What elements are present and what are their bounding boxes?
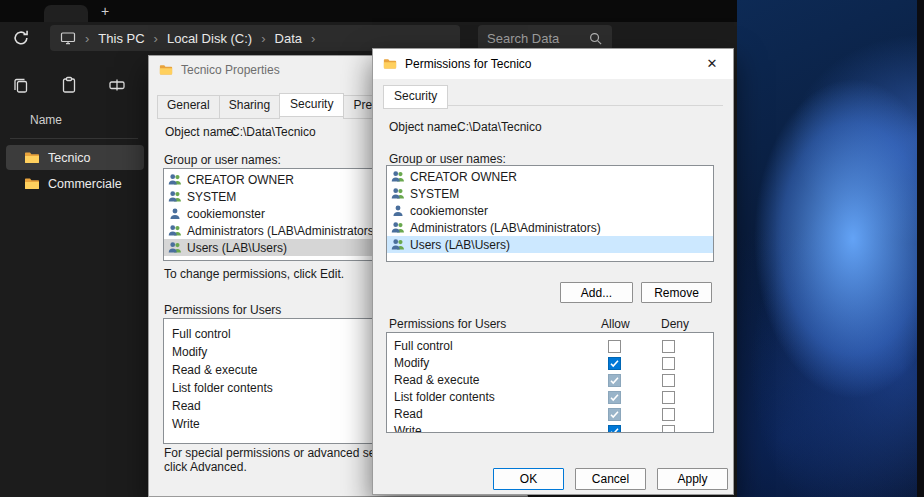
deny-checkbox[interactable]: [662, 374, 675, 387]
breadcrumb-item-data[interactable]: Data: [275, 31, 302, 46]
group-label: Administrators (LAB\Administrators): [410, 221, 601, 235]
tab-security[interactable]: Security: [279, 93, 344, 117]
group-label: CREATOR OWNER: [187, 173, 294, 187]
group-names-label: Group or user names:: [164, 153, 281, 167]
permission-row: Modify: [387, 355, 713, 372]
group-item[interactable]: cookiemonster: [387, 202, 713, 219]
screen-edge-strip: [917, 0, 924, 497]
deny-checkbox[interactable]: [662, 425, 675, 433]
advanced-hint-line1: For special permissions or advanced sett…: [164, 446, 407, 460]
users-icon: [391, 187, 405, 201]
object-name-label: Object name:: [165, 125, 236, 139]
group-label: Users (LAB\Users): [410, 238, 510, 252]
allow-checkbox: [608, 391, 621, 404]
group-item[interactable]: SYSTEM: [387, 185, 713, 202]
users-icon: [168, 224, 182, 238]
group-item[interactable]: Administrators (LAB\Administrators): [387, 219, 713, 236]
permission-name: Write: [394, 424, 422, 433]
dialog-folder-icon: [383, 57, 397, 71]
command-bar: [12, 76, 126, 94]
allow-checkbox[interactable]: [608, 357, 621, 370]
user-icon: [391, 204, 405, 218]
permissions-dialog: Permissions for Tecnico ✕ Security Objec…: [372, 48, 734, 495]
object-name-value: C:\Data\Tecnico: [231, 125, 316, 139]
users-icon: [391, 238, 405, 252]
this-pc-icon: [60, 30, 76, 46]
dialog-folder-icon: [159, 63, 173, 77]
chevron-right-icon[interactable]: ›: [85, 31, 89, 46]
permissions-tab-strip: Security: [383, 87, 447, 111]
allow-checkbox[interactable]: [608, 425, 621, 433]
properties-dialog-title: Tecnico Properties: [181, 63, 280, 77]
deny-checkbox[interactable]: [662, 357, 675, 370]
permission-name: Modify: [394, 356, 429, 370]
sidebar-item-commerciale[interactable]: Commerciale: [6, 171, 144, 196]
permission-row: Write: [387, 423, 713, 433]
group-label: cookiemonster: [410, 204, 488, 218]
group-label: Users (LAB\Users): [187, 241, 287, 255]
group-item[interactable]: CREATOR OWNER: [387, 168, 713, 185]
search-icon: [588, 31, 603, 46]
users-icon: [168, 173, 182, 187]
permission-row: Read: [387, 406, 713, 423]
chevron-right-icon[interactable]: ›: [311, 31, 315, 46]
breadcrumb-item-local-disk[interactable]: Local Disk (C:): [167, 31, 252, 46]
explorer-tab[interactable]: [44, 5, 88, 22]
cancel-button[interactable]: Cancel: [575, 468, 646, 490]
add-button[interactable]: Add...: [560, 282, 633, 303]
search-input[interactable]: [487, 31, 582, 46]
object-name-value: C:\Data\Tecnico: [457, 120, 542, 134]
rename-icon[interactable]: [108, 76, 126, 94]
apply-button[interactable]: Apply: [657, 468, 728, 490]
perms-group-list[interactable]: CREATOR OWNERSYSTEMcookiemonsterAdminist…: [386, 165, 714, 262]
tab-security[interactable]: Security: [383, 85, 448, 109]
permission-name: Read: [394, 407, 423, 421]
chevron-right-icon[interactable]: ›: [261, 31, 265, 46]
permission-name: List folder contents: [394, 390, 495, 404]
users-icon: [391, 221, 405, 235]
group-label: CREATOR OWNER: [410, 170, 517, 184]
group-label: Administrators (LAB\Administrators): [187, 224, 378, 238]
chevron-right-icon[interactable]: ›: [154, 31, 158, 46]
permission-row: List folder contents: [387, 389, 713, 406]
object-name-label: Object name:: [389, 120, 460, 134]
group-names-label: Group or user names:: [389, 152, 506, 166]
remove-button[interactable]: Remove: [641, 282, 712, 303]
sidebar-divider: [10, 138, 138, 139]
permissions-for-users-label: Permissions for Users: [389, 317, 506, 331]
deny-column-header: Deny: [661, 317, 689, 331]
permissions-for-users-label: Permissions for Users: [164, 303, 281, 317]
refresh-icon[interactable]: [12, 29, 30, 47]
breadcrumb-item-this-pc[interactable]: This PC: [98, 31, 144, 46]
allow-column-header: Allow: [601, 317, 630, 331]
deny-checkbox[interactable]: [662, 408, 675, 421]
copy-icon[interactable]: [12, 76, 30, 94]
users-icon: [391, 170, 405, 184]
edit-hint-text: To change permissions, click Edit.: [164, 267, 344, 281]
explorer-tab-bar: +: [0, 0, 737, 22]
allow-checkbox: [608, 374, 621, 387]
permission-row: Read & execute: [387, 372, 713, 389]
permission-name: Full control: [394, 339, 453, 353]
perm-grid[interactable]: Full controlModifyRead & executeList fol…: [386, 332, 714, 433]
tab-sharing[interactable]: Sharing: [219, 95, 280, 119]
paste-icon[interactable]: [60, 76, 78, 94]
deny-checkbox[interactable]: [662, 391, 675, 404]
allow-checkbox: [608, 408, 621, 421]
group-item[interactable]: Users (LAB\Users): [387, 236, 713, 253]
name-column-header[interactable]: Name: [30, 113, 62, 127]
ok-button[interactable]: OK: [493, 468, 564, 490]
folder-icon: [24, 176, 40, 192]
users-icon: [168, 241, 182, 255]
deny-checkbox[interactable]: [662, 340, 675, 353]
new-tab-button[interactable]: +: [96, 2, 114, 20]
user-icon: [168, 207, 182, 221]
permissions-dialog-title: Permissions for Tecnico: [405, 57, 532, 71]
close-button[interactable]: ✕: [691, 49, 733, 77]
permission-name: Read & execute: [394, 373, 479, 387]
allow-checkbox[interactable]: [608, 340, 621, 353]
tab-general[interactable]: General: [157, 95, 220, 119]
permissions-dialog-titlebar[interactable]: Permissions for Tecnico: [373, 49, 733, 79]
sidebar-item-label: Tecnico: [48, 151, 90, 165]
sidebar-item-tecnico[interactable]: Tecnico: [6, 145, 144, 170]
